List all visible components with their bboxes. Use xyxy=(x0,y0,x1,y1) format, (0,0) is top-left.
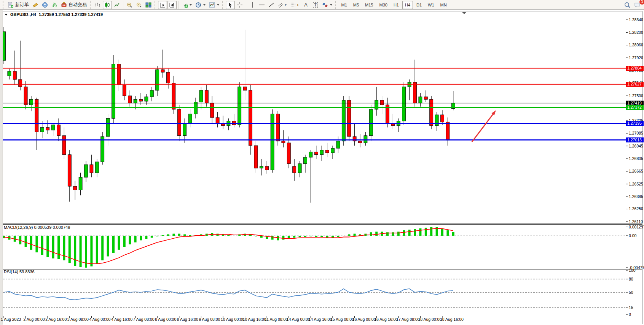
candle-body xyxy=(177,109,181,136)
candle-body xyxy=(369,109,373,136)
price-level-tag[interactable]: 1.27372 xyxy=(626,105,644,110)
candle-body xyxy=(380,100,384,105)
crosshair-tool-button[interactable] xyxy=(235,1,244,9)
bar-chart-icon xyxy=(95,2,101,8)
candle-body xyxy=(249,90,252,146)
timeframe-m30-button[interactable]: M30 xyxy=(376,1,390,9)
timeframe-d1-button[interactable]: D1 xyxy=(414,1,424,9)
time-tick-label: 18 Aug 16:00 xyxy=(440,317,464,322)
timeframe-h4-button[interactable]: H4 xyxy=(402,1,413,9)
candle-body xyxy=(95,162,99,173)
trendline-tool-button[interactable] xyxy=(267,1,276,9)
timeframe-h1-button[interactable]: H1 xyxy=(391,1,402,9)
chart-menu-arrow-icon[interactable] xyxy=(5,14,8,16)
notifications-button[interactable]: 1 xyxy=(633,1,642,9)
indicators-button[interactable] xyxy=(180,1,193,9)
timeframe-mn-button[interactable]: MN xyxy=(438,1,450,9)
cursor-tool-button[interactable] xyxy=(226,1,235,9)
toolbar-drag-handle[interactable] xyxy=(222,1,224,9)
new-order-icon xyxy=(8,2,14,8)
templates-dropdown-caret[interactable] xyxy=(217,4,219,6)
candle-body xyxy=(441,115,444,122)
indicators-dropdown-caret[interactable] xyxy=(190,4,192,6)
autotrading-button[interactable]: 自动交易 xyxy=(59,1,88,9)
candle-body xyxy=(128,96,132,103)
templates-icon xyxy=(209,2,215,8)
candle-body xyxy=(112,64,115,119)
zoom-out-button[interactable] xyxy=(134,1,143,9)
channel-icon xyxy=(278,2,283,8)
new-order-button[interactable]: 新订单 xyxy=(6,1,30,9)
candle-body xyxy=(13,71,16,79)
candle-body xyxy=(298,164,301,173)
toolbar-drag-handle[interactable] xyxy=(335,1,337,9)
candlestick-icon xyxy=(104,2,110,8)
candle-body xyxy=(359,141,362,143)
candle-body xyxy=(205,90,208,103)
price-tick-label: 1.28200 xyxy=(629,30,643,35)
horizontal-line-tool-button[interactable] xyxy=(257,1,266,9)
candle-body xyxy=(84,165,88,177)
templates-button[interactable] xyxy=(207,1,221,9)
chart-canvas[interactable]: 1.283401.282001.280601.279201.277801.276… xyxy=(0,10,644,325)
price-tick-label: 1.27500 xyxy=(629,94,643,98)
price-level-tag[interactable]: 1.27195 xyxy=(626,121,644,126)
crosshair-icon xyxy=(237,2,243,8)
price-level-tag[interactable]: 1.27804 xyxy=(626,66,644,71)
channel-letter: E xyxy=(285,3,287,7)
autotrading-label: 自动交易 xyxy=(69,2,87,8)
toolbar-drag-handle[interactable] xyxy=(3,1,5,9)
search-icon xyxy=(624,2,631,8)
bar-chart-mode-button[interactable] xyxy=(93,1,102,9)
candle-body xyxy=(161,70,164,72)
equidistant-channel-tool-button[interactable]: E xyxy=(276,1,289,9)
arrows-dropdown-caret[interactable] xyxy=(330,4,332,6)
periods-dropdown-caret[interactable] xyxy=(203,4,206,6)
candle-body xyxy=(342,100,345,141)
auto-scroll-button[interactable] xyxy=(158,1,167,9)
macd-indicator-label: MACD(12,26,9) 0.000539 0.000749 xyxy=(4,225,70,230)
time-tick-label: 10 Aug 16:00 xyxy=(243,317,266,322)
text-tool-button[interactable]: A xyxy=(301,1,311,9)
candle-body xyxy=(314,152,318,155)
price-level-tag[interactable]: 1.27627 xyxy=(626,82,644,87)
toolbar-drag-handle[interactable] xyxy=(90,1,92,9)
zoom-in-button[interactable] xyxy=(125,1,134,9)
mql5-market-button[interactable] xyxy=(31,1,40,9)
candle-body xyxy=(348,100,351,136)
candle-body xyxy=(106,119,110,137)
main-toolbar: 新订单 自动交 xyxy=(0,0,644,10)
timeframe-m1-button[interactable]: M1 xyxy=(339,1,350,9)
candle-body xyxy=(210,103,214,117)
timeframe-w1-button[interactable]: W1 xyxy=(425,1,437,9)
candle-body xyxy=(413,82,417,103)
periods-button[interactable] xyxy=(194,1,207,9)
time-tick-label: 14 Aug 00:00 xyxy=(287,317,310,322)
signals-button[interactable] xyxy=(50,1,59,9)
svg-text:1.27419: 1.27419 xyxy=(627,101,642,105)
line-chart-mode-button[interactable] xyxy=(112,1,121,9)
arrows-tool-button[interactable] xyxy=(320,1,334,9)
candle-body xyxy=(320,150,324,155)
text-label-tool-button[interactable]: T xyxy=(311,1,320,9)
candle-body xyxy=(287,143,290,164)
zoom-out-icon xyxy=(136,2,142,8)
candle-body xyxy=(123,85,126,96)
candle-body xyxy=(424,97,427,99)
community-icon xyxy=(42,2,48,8)
chart-shift-button[interactable] xyxy=(167,1,177,9)
line-chart-icon xyxy=(114,2,120,8)
timeframe-m15-button[interactable]: M15 xyxy=(362,1,376,9)
toolbar-drag-handle[interactable] xyxy=(155,1,156,9)
signals-icon xyxy=(51,2,57,8)
price-tick-label: 1.26525 xyxy=(629,182,643,186)
mql5-community-button[interactable] xyxy=(40,1,49,9)
tile-windows-button[interactable] xyxy=(144,1,153,9)
fibonacci-tool-button[interactable]: F xyxy=(289,1,301,9)
candlestick-mode-button[interactable] xyxy=(103,1,112,9)
candle-body xyxy=(40,127,44,132)
timeframe-m5-button[interactable]: M5 xyxy=(351,1,362,9)
search-button[interactable] xyxy=(622,1,632,9)
price-level-tag[interactable]: 1.27013 xyxy=(626,138,644,143)
vertical-line-tool-button[interactable] xyxy=(248,1,257,9)
